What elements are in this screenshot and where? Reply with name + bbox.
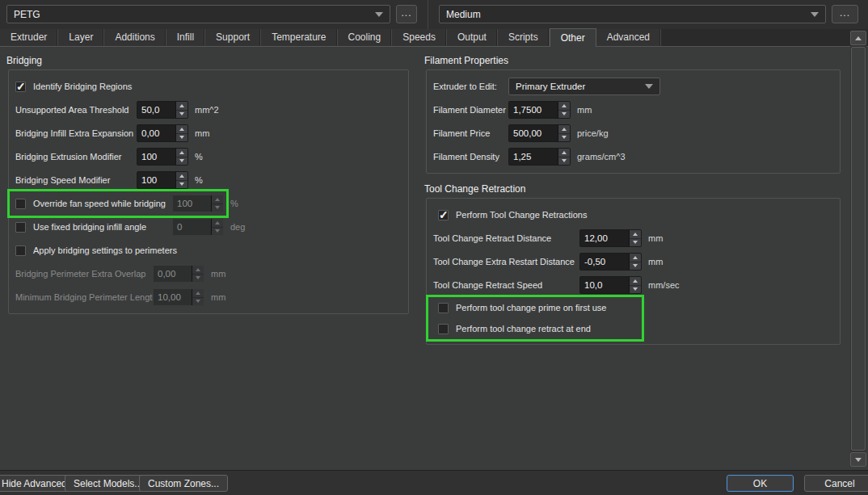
ok-button[interactable]: OK (727, 475, 794, 492)
spin-up-icon[interactable] (176, 149, 188, 157)
bridging-infill-extra-expansion-label: Bridging Infill Extra Expansion (15, 128, 137, 138)
bridging-speed-modifier-field[interactable] (137, 172, 175, 188)
spin-down-icon[interactable] (192, 298, 204, 306)
tool-change-retract-distance-field[interactable] (580, 230, 629, 246)
spin-down-icon[interactable] (630, 239, 641, 247)
spin-up-icon[interactable] (630, 277, 641, 286)
filament-diameter-field[interactable] (509, 102, 558, 118)
filament-density-input (508, 148, 571, 166)
tool-change-retract-speed-field[interactable] (580, 277, 629, 293)
tool-change-options-group: Perform tool change prime on first use P… (433, 299, 833, 338)
scroll-down-icon[interactable] (850, 452, 866, 467)
filament-density-label: Filament Density (433, 152, 508, 162)
fixed-bridging-infill-angle-field[interactable] (173, 219, 211, 235)
spin-down-icon[interactable] (192, 275, 204, 283)
tab-support[interactable]: Support (205, 29, 261, 46)
bridging-infill-extra-expansion-field[interactable] (137, 125, 175, 141)
tab-scripts[interactable]: Scripts (498, 29, 550, 46)
spin-down-icon[interactable] (558, 134, 570, 142)
bridging-extrusion-modifier-field[interactable] (137, 149, 175, 165)
tab-other[interactable]: Other (550, 28, 596, 47)
material-profile-select[interactable]: PETG (6, 5, 390, 23)
spin-down-icon[interactable] (176, 157, 188, 166)
chevron-down-icon (645, 84, 653, 89)
tab-cooling[interactable]: Cooling (338, 29, 393, 46)
quality-profile-value: Medium (446, 9, 481, 20)
use-fixed-bridging-infill-angle-label: Use fixed bridging infill angle (33, 222, 172, 232)
spin-down-icon[interactable] (630, 286, 641, 294)
bridging-infill-extra-expansion-input (137, 124, 188, 142)
spin-down-icon[interactable] (212, 204, 223, 212)
spin-up-icon[interactable] (558, 149, 570, 157)
unit-label: mm (211, 292, 225, 302)
unit-label: grams/cm^3 (577, 152, 626, 162)
filament-diameter-input (508, 101, 571, 119)
tab-output[interactable]: Output (447, 29, 498, 46)
apply-bridging-settings-to-perimeters-checkbox[interactable] (15, 245, 26, 256)
filament-price-label: Filament Price (433, 128, 508, 138)
tab-extruder[interactable]: Extruder (0, 29, 58, 46)
unit-label: mm (211, 269, 225, 279)
spin-down-icon[interactable] (558, 157, 570, 166)
spin-up-icon[interactable] (212, 195, 223, 204)
bridging-perimeter-extra-overlap-field[interactable] (154, 266, 192, 282)
tool-change-retract-distance-label: Tool Change Retract Distance (433, 233, 579, 243)
spin-up-icon[interactable] (192, 266, 204, 275)
tool-change-retract-speed-input (579, 276, 642, 294)
tab-advanced[interactable]: Advanced (596, 29, 661, 46)
spin-down-icon[interactable] (176, 111, 188, 119)
spin-up-icon[interactable] (630, 254, 641, 262)
vertical-scrollbar[interactable] (850, 31, 866, 467)
tab-additions[interactable]: Additions (104, 29, 166, 46)
spin-up-icon[interactable] (176, 172, 188, 181)
quality-profile-more-button[interactable]: ... (832, 5, 858, 23)
use-fixed-bridging-infill-angle-checkbox[interactable] (15, 222, 26, 233)
spin-up-icon[interactable] (212, 219, 223, 228)
identify-bridging-regions-checkbox[interactable] (15, 82, 26, 92)
unsupported-area-threshold-field[interactable] (137, 102, 175, 118)
override-fan-speed-field[interactable] (173, 195, 211, 212)
spin-up-icon[interactable] (176, 125, 188, 134)
tool-change-extra-restart-distance-field[interactable] (580, 254, 629, 270)
perform-tool-change-prime-checkbox[interactable] (438, 303, 449, 313)
spin-up-icon[interactable] (558, 125, 570, 134)
tab-speeds[interactable]: Speeds (392, 29, 447, 46)
perform-tool-change-retractions-label: Perform Tool Change Retractions (456, 210, 587, 220)
other-tab-panel: Bridging Identify Bridging Regions Unsup… (0, 47, 845, 468)
spin-up-icon[interactable] (176, 102, 188, 111)
spin-up-icon[interactable] (630, 230, 641, 239)
custom-zones-button[interactable]: Custom Zones... (139, 475, 228, 492)
perform-tool-change-retract-at-end-label: Perform tool change retract at end (456, 324, 591, 333)
spin-down-icon[interactable] (176, 134, 188, 142)
scroll-up-icon[interactable] (850, 31, 866, 45)
cancel-button[interactable]: Cancel (804, 475, 868, 492)
filament-properties-group: Extruder to Edit: Primary Extruder Filam… (426, 69, 841, 174)
tab-temperature[interactable]: Temperature (261, 29, 337, 46)
spin-up-icon[interactable] (192, 289, 204, 298)
filament-price-input (508, 124, 571, 142)
perform-tool-change-retractions-checkbox[interactable] (438, 210, 449, 220)
minimum-bridging-perimeter-length-label: Minimum Bridging Perimeter Length (15, 292, 153, 302)
scrollbar-thumb[interactable] (851, 47, 866, 451)
spin-down-icon[interactable] (176, 181, 188, 189)
spin-down-icon[interactable] (212, 228, 223, 236)
material-profile-more-button[interactable]: ... (396, 5, 417, 23)
override-fan-speed-checkbox[interactable] (15, 199, 26, 209)
tab-infill[interactable]: Infill (166, 29, 205, 46)
filament-density-field[interactable] (509, 149, 558, 165)
quality-profile-select[interactable]: Medium (439, 5, 826, 23)
bridging-extrusion-modifier-label: Bridging Extrusion Modifier (15, 152, 137, 162)
minimum-bridging-perimeter-length-row: Minimum Bridging Perimeter Length mm (15, 287, 402, 307)
tab-layer[interactable]: Layer (58, 29, 104, 46)
filament-price-field[interactable] (509, 125, 558, 141)
extruder-to-edit-select[interactable]: Primary Extruder (508, 78, 660, 95)
override-fan-speed-label: Override fan speed while bridging (33, 199, 172, 208)
bridging-perimeter-extra-overlap-label: Bridging Perimeter Extra Overlap (15, 269, 153, 279)
perform-tool-change-retract-at-end-checkbox[interactable] (438, 324, 449, 334)
toolbar-divider (428, 0, 428, 29)
spin-up-icon[interactable] (558, 102, 570, 111)
unit-label: mm^2 (195, 105, 219, 115)
minimum-bridging-perimeter-length-field[interactable] (154, 289, 192, 305)
spin-down-icon[interactable] (558, 111, 570, 119)
spin-down-icon[interactable] (630, 262, 641, 271)
